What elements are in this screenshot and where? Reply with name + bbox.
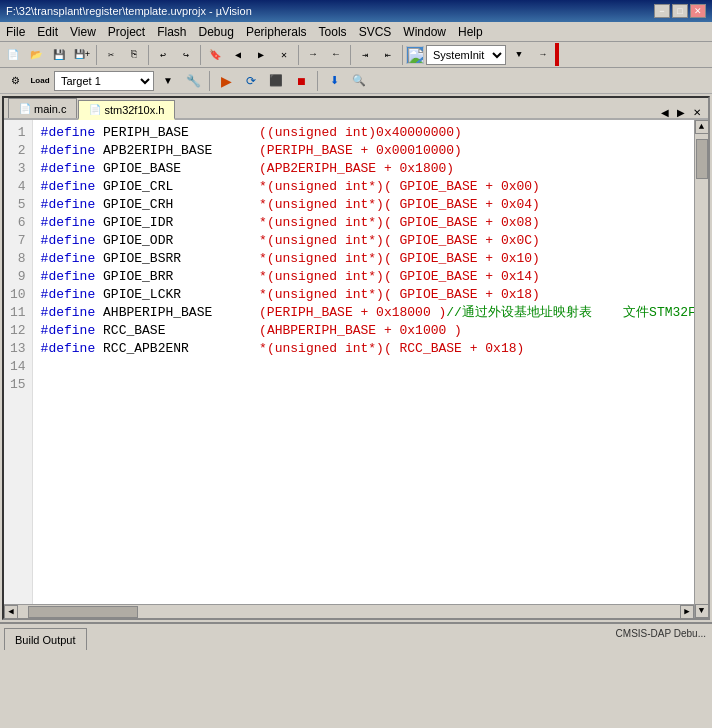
menu-view[interactable]: View [64, 22, 102, 41]
h-scroll-thumb[interactable] [28, 606, 138, 618]
function-dropdown[interactable]: SystemInit [426, 45, 506, 65]
code-line: #define GPIOE_ODR *(unsigned int*)( GPIO… [41, 232, 686, 250]
h-scroll-right[interactable]: ▶ [680, 605, 694, 619]
sep4 [298, 45, 299, 65]
code-line: #define GPIOE_BRR *(unsigned int*)( GPIO… [41, 268, 686, 286]
code-and-hscroll: 123456789101112131415 #define PERIPH_BAS… [4, 120, 694, 618]
title-bar-buttons: − □ ✕ [654, 4, 706, 18]
download-button[interactable]: ⬇ [323, 70, 345, 92]
indent-button[interactable]: → [302, 44, 324, 66]
menu-file[interactable]: File [0, 22, 31, 41]
v-scroll-down[interactable]: ▼ [695, 604, 709, 618]
sep3 [200, 45, 201, 65]
menu-svcs[interactable]: SVCS [353, 22, 398, 41]
load-button[interactable]: Load [29, 70, 51, 92]
goto-function-button[interactable]: ▼ [508, 44, 530, 66]
red-strip [555, 43, 559, 66]
tab-main-c-label: main.c [34, 103, 66, 115]
title-text: F:\32\transplant\register\template.uvpro… [6, 5, 252, 17]
tab-stm32f10x-h[interactable]: 📄 stm32f10x.h [78, 100, 175, 120]
tab-close-active[interactable]: ✕ [690, 107, 704, 118]
code-line: #define GPIOE_BSRR *(unsigned int*)( GPI… [41, 250, 686, 268]
copy-button[interactable]: ⎘ [123, 44, 145, 66]
minimize-button[interactable]: − [654, 4, 670, 18]
code-line: #define PERIPH_BASE ((unsigned int)0x400… [41, 124, 686, 142]
sep-t1 [209, 71, 210, 91]
cut-button[interactable]: ✂ [100, 44, 122, 66]
undo-button[interactable]: ↩ [152, 44, 174, 66]
code-line: #define GPIOE_CRH *(unsigned int*)( GPIO… [41, 196, 686, 214]
h-scroll-left[interactable]: ◀ [4, 605, 18, 619]
indent2-button[interactable]: ⇥ [354, 44, 376, 66]
code-line: #define AHBPERIPH_BASE (PERIPH_BASE + 0x… [41, 304, 686, 322]
build-target-button[interactable]: ▶ [215, 70, 237, 92]
unindent2-button[interactable]: ⇤ [377, 44, 399, 66]
target-dropdown[interactable]: Target 1 [54, 71, 154, 91]
sep6 [402, 45, 403, 65]
system-init-area: SystemInit ▼ → [406, 44, 554, 66]
menu-edit[interactable]: Edit [31, 22, 64, 41]
code-line: #define GPIOE_LCKR *(unsigned int*)( GPI… [41, 286, 686, 304]
settings-button[interactable]: ⚙ [4, 70, 26, 92]
locate-button[interactable]: → [532, 44, 554, 66]
batch-build-button[interactable]: ⬛ [265, 70, 287, 92]
tab-main-c[interactable]: 📄 main.c [8, 98, 77, 118]
redo-button[interactable]: ↪ [175, 44, 197, 66]
start-debug-button[interactable]: 🔍 [348, 70, 370, 92]
open-file-button[interactable]: 📂 [25, 44, 47, 66]
new-file-button[interactable]: 📄 [2, 44, 24, 66]
h-scrollbar[interactable]: ◀ ▶ [4, 604, 694, 618]
menu-window[interactable]: Window [397, 22, 452, 41]
code-area[interactable]: 123456789101112131415 #define PERIPH_BAS… [4, 120, 694, 604]
line-numbers: 123456789101112131415 [4, 120, 33, 604]
tab-controls: ◀ ▶ ✕ [654, 107, 708, 118]
prev-bookmark-button[interactable]: ◀ [227, 44, 249, 66]
menu-help[interactable]: Help [452, 22, 489, 41]
save-all-button[interactable]: 💾+ [71, 44, 93, 66]
status-text: CMSIS-DAP Debu... [610, 624, 712, 672]
clear-bookmarks-button[interactable]: ✕ [273, 44, 295, 66]
unindent-button[interactable]: ← [325, 44, 347, 66]
v-scroll-track[interactable] [695, 134, 709, 604]
toolbar-1: 📄 📂 💾 💾+ ✂ ⎘ ↩ ↪ 🔖 ◀ ▶ ✕ → ← ⇥ ⇤ SystemI… [0, 42, 712, 68]
title-bar: F:\32\transplant\register\template.uvpro… [0, 0, 712, 22]
rebuild-button[interactable]: ⟳ [240, 70, 262, 92]
v-scroll-up[interactable]: ▲ [695, 120, 709, 134]
code-content: #define PERIPH_BASE ((unsigned int)0x400… [33, 120, 694, 604]
menu-debug[interactable]: Debug [193, 22, 240, 41]
v-scroll-thumb[interactable] [696, 139, 708, 179]
code-line: #define RCC_BASE (AHBPERIPH_BASE + 0x100… [41, 322, 686, 340]
tab-bar: 📄 main.c 📄 stm32f10x.h ◀ ▶ ✕ [4, 98, 708, 120]
tab-stm32f10x-icon: 📄 [89, 104, 101, 115]
bookmark-button[interactable]: 🔖 [204, 44, 226, 66]
menu-flash[interactable]: Flash [151, 22, 192, 41]
menu-tools[interactable]: Tools [313, 22, 353, 41]
h-scroll-track[interactable] [18, 605, 680, 619]
menu-peripherals[interactable]: Peripherals [240, 22, 313, 41]
maximize-button[interactable]: □ [672, 4, 688, 18]
wrench-button[interactable]: 🔧 [182, 70, 204, 92]
uvision-icon [406, 46, 424, 64]
code-line: #define RCC_APB2ENR *(unsigned int*)( RC… [41, 340, 686, 358]
code-line: #define GPIOE_IDR *(unsigned int*)( GPIO… [41, 214, 686, 232]
code-line: #define GPIOE_CRL *(unsigned int*)( GPIO… [41, 178, 686, 196]
stop-button[interactable]: ⏹ [290, 70, 312, 92]
tab-main-c-icon: 📄 [19, 103, 31, 114]
toolbar-2: ⚙ Load Target 1 ▼ 🔧 ▶ ⟳ ⬛ ⏹ ⬇ 🔍 [0, 68, 712, 94]
bottom-bar: Build Output CMSIS-DAP Debu... [0, 622, 712, 672]
target-options-button[interactable]: ▼ [157, 70, 179, 92]
code-line: #define APB2ERIPH_BASE (PERIPH_BASE + 0x… [41, 142, 686, 160]
build-output-tab[interactable]: Build Output [4, 628, 87, 650]
v-scrollbar[interactable]: ▲ ▼ [694, 120, 708, 618]
tab-scroll-right[interactable]: ▶ [674, 107, 688, 118]
save-button[interactable]: 💾 [48, 44, 70, 66]
menu-project[interactable]: Project [102, 22, 151, 41]
editor-container: 📄 main.c 📄 stm32f10x.h ◀ ▶ ✕ 12345678910… [2, 96, 710, 620]
sep5 [350, 45, 351, 65]
next-bookmark-button[interactable]: ▶ [250, 44, 272, 66]
tab-scroll-left[interactable]: ◀ [658, 107, 672, 118]
sep2 [148, 45, 149, 65]
tab-stm32f10x-label: stm32f10x.h [104, 104, 164, 116]
close-button[interactable]: ✕ [690, 4, 706, 18]
code-line: #define GPIOE_BASE (APB2ERIPH_BASE + 0x1… [41, 160, 686, 178]
